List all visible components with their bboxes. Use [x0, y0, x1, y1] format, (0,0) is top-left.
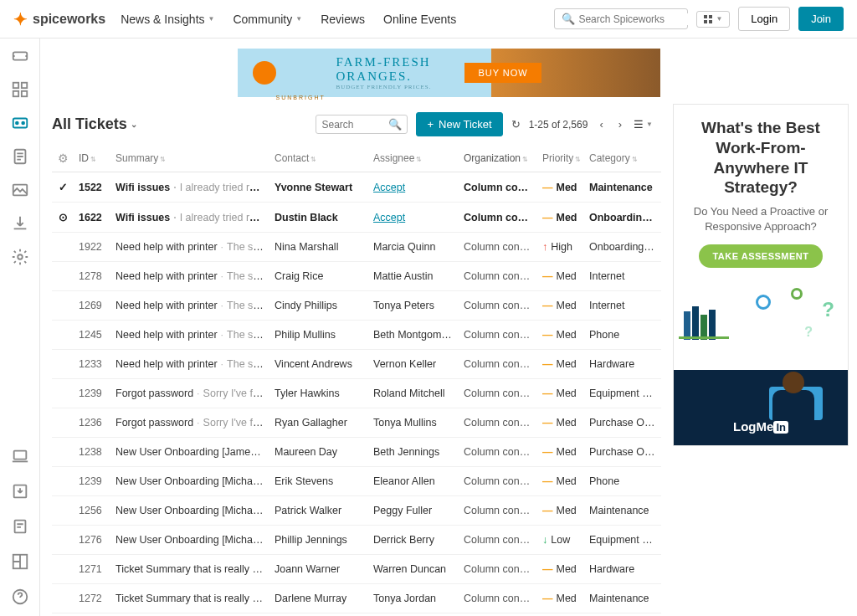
nav-reviews[interactable]: Reviews: [321, 13, 365, 26]
table-row[interactable]: 1208New order of laptops·100 new macboDa…: [52, 613, 661, 617]
chevron-down-icon: ⌄: [131, 120, 137, 129]
ad-banner[interactable]: SUNBRIGHT FARM-FRESH ORANGES. BUDGET FRI…: [238, 49, 660, 97]
table-row[interactable]: 1272Ticket Summary that is really long a…: [52, 584, 661, 613]
col-settings[interactable]: ⚙: [52, 145, 74, 172]
table-row[interactable]: 1245Need help with printer·The second fl…: [52, 321, 661, 350]
table-row[interactable]: 1276New User Onboarding [Michael Smith]P…: [52, 526, 661, 555]
nav-news[interactable]: News & Insights▼: [121, 13, 214, 26]
primary-nav: News & Insights▼ Community▼ Reviews Onli…: [121, 13, 456, 26]
contact-name: Yvonne Stewart: [269, 172, 368, 203]
tickets-table-wrap[interactable]: ⚙ ID⇅ Summary⇅ Contact⇅ Assignee⇅ Organi…: [52, 145, 661, 616]
category-cell: Equipment Request: [584, 526, 661, 555]
right-ad-card[interactable]: What's the Best Work-From-Anywhere IT St…: [673, 104, 849, 446]
ticket-summary: Need help with printer·The second floo: [110, 350, 269, 379]
organization-cell: Column contents: [459, 584, 537, 613]
priority-cell: —Med: [537, 438, 584, 467]
ticket-id: 1522: [74, 172, 110, 203]
question-mark-icon: ?: [822, 298, 834, 321]
global-search-input[interactable]: [578, 13, 704, 25]
table-row[interactable]: 1233Need help with printer·The second fl…: [52, 350, 661, 379]
col-id[interactable]: ID⇅: [74, 145, 110, 172]
plus-icon: +: [427, 118, 434, 131]
priority-cell: —Med: [537, 262, 584, 291]
table-row[interactable]: 1239Forgot password·Sorry I've forgotten…: [52, 379, 661, 408]
status-cell: [52, 496, 74, 526]
brand-name: spiceworks: [33, 12, 105, 27]
category-cell: Hardware: [584, 350, 661, 379]
ad-cta-button[interactable]: BUY NOW: [464, 63, 541, 83]
take-assessment-button[interactable]: TAKE ASSESSMENT: [699, 244, 822, 268]
sidebar-layout-icon[interactable]: [11, 552, 29, 571]
ad-brand: SUNBRIGHT: [276, 95, 326, 100]
col-priority[interactable]: Priority⇅: [537, 145, 584, 172]
ticket-summary: Forgot password·Sorry I've forgotten m: [110, 379, 269, 408]
sidebar-clipboard-icon[interactable]: [11, 147, 29, 166]
sidebar-download-icon[interactable]: [11, 214, 29, 233]
col-assignee[interactable]: Assignee⇅: [368, 145, 459, 172]
svg-point-10: [18, 254, 23, 259]
join-button[interactable]: Join: [798, 7, 844, 31]
topbar-right: 🔍 ▼ Login Join: [554, 7, 844, 31]
sidebar-helpdesk-icon[interactable]: [11, 114, 29, 132]
books-icon: [684, 306, 716, 340]
status-cell: ⊙: [52, 203, 74, 233]
ticket-summary: Wifi issues·I already tried restarting m…: [110, 172, 269, 203]
sidebar-import-icon[interactable]: [11, 482, 29, 501]
refresh-icon[interactable]: ↻: [511, 118, 521, 131]
search-icon: 🔍: [562, 13, 575, 25]
list-icon: ☰: [634, 118, 644, 131]
sidebar-help-icon[interactable]: [11, 588, 29, 606]
table-row[interactable]: 1269Need help with printer·The second fl…: [52, 291, 661, 321]
ticket-search-input[interactable]: [321, 119, 388, 131]
nav-events[interactable]: Online Events: [383, 13, 456, 26]
sidebar-laptop-icon[interactable]: [11, 447, 29, 465]
ticket-id: 1271: [74, 555, 110, 584]
col-category[interactable]: Category⇅: [584, 145, 661, 172]
col-contact[interactable]: Contact⇅: [269, 145, 368, 172]
table-row[interactable]: ✓1522Wifi issues·I already tried restart…: [52, 172, 661, 203]
table-row[interactable]: 1238New User Onboarding [James Kim]·NaMa…: [52, 438, 661, 467]
sidebar-image-icon[interactable]: [11, 181, 29, 199]
ticket-search[interactable]: 🔍: [316, 115, 408, 134]
shelf-icon: [679, 336, 729, 339]
new-ticket-button[interactable]: + New Ticket: [416, 112, 502, 136]
assignee-name: Eleanor Allen: [373, 475, 435, 487]
sidebar-settings-icon[interactable]: [11, 248, 29, 266]
apps-menu-button[interactable]: ▼: [696, 11, 730, 28]
ticket-summary: New order of laptops·100 new macbo: [110, 613, 269, 617]
table-row[interactable]: ⊙1622Wifi issues·I already tried restart…: [52, 203, 661, 233]
sidebar-tickets-icon[interactable]: [11, 47, 29, 65]
col-summary[interactable]: Summary⇅: [110, 145, 269, 172]
table-row[interactable]: 1236Forgot password·Sorry I've forgotten…: [52, 408, 661, 438]
table-row[interactable]: 1239New User Onboarding [Michael Smith]E…: [52, 467, 661, 496]
tickets-view-selector[interactable]: All Tickets ⌄: [52, 116, 137, 133]
table-row[interactable]: 1922Need help with printer·The second fl…: [52, 233, 661, 262]
caret-down-icon: ▼: [208, 15, 215, 23]
login-button[interactable]: Login: [738, 7, 790, 31]
ticket-summary: Ticket Summary that is really long and: [110, 584, 269, 613]
nav-community[interactable]: Community▼: [233, 13, 302, 26]
col-organization[interactable]: Organization⇅: [459, 145, 537, 172]
svg-rect-11: [13, 451, 26, 459]
category-cell: Hardware: [584, 613, 661, 617]
accept-link[interactable]: Accept: [373, 212, 405, 223]
accept-link[interactable]: Accept: [373, 182, 405, 193]
view-mode-toggle[interactable]: ☰ ▼: [634, 118, 653, 131]
table-row[interactable]: 1256New User Onboarding [Michael Smith]P…: [52, 496, 661, 526]
global-search[interactable]: 🔍: [554, 8, 688, 29]
ticket-id: 1239: [74, 379, 110, 408]
organization-cell: Column contents: [459, 613, 537, 617]
sort-icon: ⇅: [632, 156, 638, 163]
sidebar-notes-icon[interactable]: [11, 517, 29, 536]
table-row[interactable]: 1278Need help with printer·The second fl…: [52, 262, 661, 291]
contact-name: Vincent Andrews: [269, 350, 368, 379]
pager-next[interactable]: ›: [615, 118, 625, 131]
table-row[interactable]: 1271Ticket Summary that is really long a…: [52, 555, 661, 584]
pager-prev[interactable]: ‹: [596, 118, 606, 131]
tickets-panel: All Tickets ⌄ 🔍 + New Ticket ↻ 1-25 of 2…: [40, 104, 661, 616]
priority-cell: —Med: [537, 350, 584, 379]
sort-icon: ⇅: [575, 156, 581, 163]
ticket-id: 1256: [74, 496, 110, 526]
brand-logo[interactable]: ✦ spiceworks: [13, 9, 105, 29]
sidebar-dashboard-icon[interactable]: [11, 80, 29, 99]
